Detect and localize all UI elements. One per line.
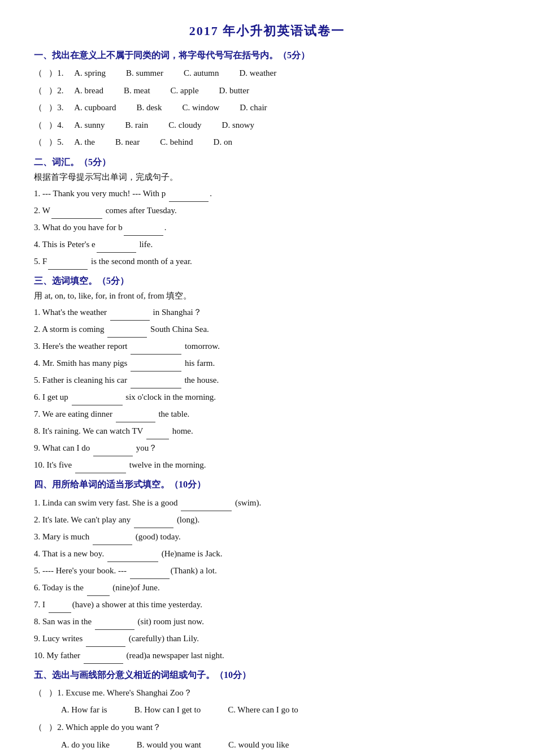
s1-q4-row: （ ） 4. A. sunny B. rain C. cloudy D. sno… bbox=[34, 117, 500, 134]
s5-q2-text: 2. Which apple do you want？ bbox=[57, 719, 500, 736]
s1-q4-c: C. cloudy bbox=[168, 117, 201, 133]
section-5-title: 五、选出与画线部分意义相近的词组或句子。（10分） bbox=[34, 669, 500, 681]
s4-q2: 2. It's late. We can't play any (long). bbox=[34, 511, 500, 528]
s5-q2-options: A. do you like B. would you want C. woul… bbox=[61, 736, 500, 753]
section-3-title: 三、选词填空。（5分） bbox=[34, 275, 500, 287]
s4-q1: 1. Linda can swim very fast. She is a go… bbox=[34, 494, 500, 511]
s1-q4-d: D. snowy bbox=[222, 117, 255, 133]
s3-q4: 4. Mr. Smith has many pigs his farm. bbox=[34, 355, 500, 371]
s1-q4-choices: A. sunny B. rain C. cloudy D. snowy bbox=[74, 117, 254, 133]
section-1-questions: （ ） 1. A. spring B. summer C. autumn D. … bbox=[34, 65, 500, 151]
s5-q1-row: （ ） 1. Excuse me. Where's Shanghai Zoo？ bbox=[34, 685, 500, 701]
s1-q3-d: D. chair bbox=[240, 100, 267, 116]
section-5: 五、选出与画线部分意义相近的词组或句子。（10分） （ ） 1. Excuse … bbox=[34, 669, 500, 753]
s3-q2: 2. A storm is coming South China Sea. bbox=[34, 321, 500, 338]
section-2: 二、词汇。（5分） 根据首字母提示写出单词，完成句子。 1. --- Thank… bbox=[34, 157, 500, 270]
s1-q3-a: A. cupboard bbox=[74, 100, 116, 116]
s5-q1-text: 1. Excuse me. Where's Shanghai Zoo？ bbox=[57, 685, 500, 701]
s5-q2-b: B. would you want bbox=[137, 736, 201, 753]
section-2-title: 二、词汇。（5分） bbox=[34, 157, 500, 169]
s5-q2-c: C. would you like bbox=[228, 736, 289, 753]
s1-q2-a: A. bread bbox=[74, 83, 103, 99]
s1-q4-a: A. sunny bbox=[74, 117, 105, 133]
s5-q1-bracket: （ ） bbox=[34, 685, 57, 701]
s3-q7: 7. We are eating dinner the table. bbox=[34, 405, 500, 422]
s5-q2-row: （ ） 2. Which apple do you want？ bbox=[34, 719, 500, 736]
s2-q4: 4. This is Peter's e life. bbox=[34, 236, 500, 253]
section-3-questions: 1. What's the weather in Shanghai？ 2. A … bbox=[34, 304, 500, 473]
s1-q3-num: 3. bbox=[57, 100, 74, 116]
s2-q5: 5. F is the second month of a year. bbox=[34, 253, 500, 270]
s4-q10: 10. My father (read)a newspaper last nig… bbox=[34, 647, 500, 664]
s2-q2: 2. W comes after Tuesday. bbox=[34, 202, 500, 219]
section-1-title: 一、找出在意义上不属于同类的词，将字母代号写在括号内。（5分） bbox=[34, 50, 500, 62]
s3-q3: 3. Here's the weather report tomorrow. bbox=[34, 338, 500, 355]
section-3-desc: 用 at, on, to, like, for, in front of, fr… bbox=[34, 291, 500, 301]
section-4-title: 四、用所给单词的适当形式填空。（10分） bbox=[34, 479, 500, 491]
s5-q1-a: A. How far is bbox=[61, 701, 107, 718]
s3-q6: 6. I get up six o'clock in the morning. bbox=[34, 388, 500, 405]
section-5-questions: （ ） 1. Excuse me. Where's Shanghai Zoo？ … bbox=[34, 685, 500, 753]
s1-q4-num: 4. bbox=[57, 117, 74, 133]
s1-q1-num: 1. bbox=[57, 65, 74, 81]
s1-q5-d: D. on bbox=[214, 134, 232, 150]
s1-q5-b: B. near bbox=[115, 134, 140, 150]
s1-q2-c: C. apple bbox=[171, 83, 199, 99]
s1-q5-row: （ ） 5. A. the B. near C. behind D. on bbox=[34, 134, 500, 151]
s4-q3: 3. Mary is much (good) today. bbox=[34, 528, 500, 545]
s1-q1-b: B. summer bbox=[126, 65, 163, 81]
s4-q9: 9. Lucy writes (carefully) than Lily. bbox=[34, 630, 500, 647]
s4-q10-blank[interactable] bbox=[84, 663, 123, 664]
s3-q10: 10. It's five twelve in the morning. bbox=[34, 456, 500, 473]
s1-q2-bracket: （ ） bbox=[34, 83, 57, 99]
s5-q1-options: A. How far is B. How can I get to C. Whe… bbox=[61, 701, 500, 718]
s1-q1-a: A. spring bbox=[74, 65, 106, 81]
s1-q4-b: B. rain bbox=[125, 117, 148, 133]
s1-q4-bracket: （ ） bbox=[34, 117, 57, 133]
section-2-questions: 1. --- Thank you very much! --- With p .… bbox=[34, 185, 500, 270]
s1-q2-num: 2. bbox=[57, 83, 74, 99]
section-3: 三、选词填空。（5分） 用 at, on, to, like, for, in … bbox=[34, 275, 500, 473]
s5-q1-b: B. How can I get to bbox=[134, 701, 201, 718]
s3-q5: 5. Father is cleaning his car the house. bbox=[34, 371, 500, 388]
s2-q5-blank[interactable] bbox=[48, 269, 88, 270]
s2-q1: 1. --- Thank you very much! --- With p . bbox=[34, 185, 500, 202]
s1-q1-choices: A. spring B. summer C. autumn D. weather bbox=[74, 65, 276, 81]
s4-q5: 5. ---- Here's your book. --- (Thank) a … bbox=[34, 562, 500, 579]
s1-q3-row: （ ） 3. A. cupboard B. desk C. window D. … bbox=[34, 100, 500, 116]
s3-q10-blank[interactable] bbox=[75, 473, 126, 473]
s2-q3: 3. What do you have for b. bbox=[34, 219, 500, 236]
s1-q2-b: B. meat bbox=[124, 83, 150, 99]
s4-q6: 6. Today is the (nine)of June. bbox=[34, 579, 500, 596]
s1-q1-row: （ ） 1. A. spring B. summer C. autumn D. … bbox=[34, 65, 500, 82]
s5-q1-c: C. Where can I go to bbox=[228, 701, 298, 718]
s3-q9: 9. What can I do you？ bbox=[34, 439, 500, 456]
s1-q3-b: B. desk bbox=[136, 100, 162, 116]
s1-q3-c: C. window bbox=[182, 100, 219, 116]
s5-q2-bracket: （ ） bbox=[34, 719, 57, 736]
s1-q2-d: D. butter bbox=[219, 83, 249, 99]
s1-q2-choices: A. bread B. meat C. apple D. butter bbox=[74, 83, 249, 99]
s1-q5-choices: A. the B. near C. behind D. on bbox=[74, 134, 232, 150]
page-title: 2017 年小升初英语试卷一 bbox=[34, 23, 500, 40]
s5-q2-a: A. do you like bbox=[61, 736, 110, 753]
s3-q8: 8. It's raining. We can watch TV home. bbox=[34, 422, 500, 439]
section-4: 四、用所给单词的适当形式填空。（10分） 1. Linda can swim v… bbox=[34, 479, 500, 664]
s3-q1: 1. What's the weather in Shanghai？ bbox=[34, 304, 500, 321]
section-4-questions: 1. Linda can swim very fast. She is a go… bbox=[34, 494, 500, 664]
s1-q1-c: C. autumn bbox=[184, 65, 219, 81]
s1-q1-d: D. weather bbox=[239, 65, 276, 81]
s1-q5-num: 5. bbox=[57, 134, 74, 150]
s4-q4: 4. That is a new boy. (He)name is Jack. bbox=[34, 545, 500, 562]
s1-q2-row: （ ） 2. A. bread B. meat C. apple D. butt… bbox=[34, 83, 500, 100]
section-1: 一、找出在意义上不属于同类的词，将字母代号写在括号内。（5分） （ ） 1. A… bbox=[34, 50, 500, 151]
s1-q5-bracket: （ ） bbox=[34, 134, 57, 150]
section-2-desc: 根据首字母提示写出单词，完成句子。 bbox=[34, 172, 500, 183]
s1-q3-choices: A. cupboard B. desk C. window D. chair bbox=[74, 100, 267, 116]
s4-q8: 8. San was in the (sit) room just now. bbox=[34, 613, 500, 630]
s1-q5-c: C. behind bbox=[160, 134, 193, 150]
s1-q3-bracket: （ ） bbox=[34, 100, 57, 116]
s4-q7: 7. I (have) a shower at this time yester… bbox=[34, 596, 500, 613]
s1-q5-a: A. the bbox=[74, 134, 95, 150]
s1-q1-bracket: （ ） bbox=[34, 65, 57, 81]
